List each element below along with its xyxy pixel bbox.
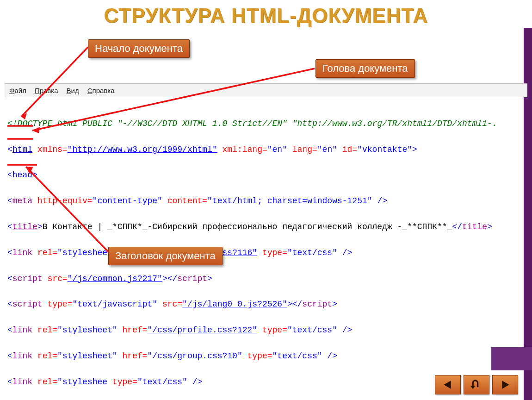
slide-nav [435,375,518,394]
menu-file[interactable]: Файл [9,87,26,94]
next-button[interactable] [492,375,518,394]
menu-edit[interactable]: Правка [35,87,58,94]
svg-marker-11 [502,381,509,389]
triangle-right-icon [500,380,510,390]
corner-decor [491,347,532,370]
home-button[interactable] [464,375,489,394]
editor-menubar[interactable]: Файл Правка Вид Справка [5,83,527,97]
slide-title: СТРУКТУРА HTML-ДОКУМЕНТА [0,0,532,27]
callout-document-title: Заголовок документа [108,247,223,265]
triangle-left-icon [443,380,453,390]
menu-help[interactable]: Справка [87,87,115,94]
svg-marker-10 [470,386,475,389]
doctype-line: <!DOCTYPE html PUBLIC "-//W3C//DTD XHTML… [7,119,497,128]
callout-document-start: Начало документа [88,39,190,58]
prev-button[interactable] [435,375,461,394]
head-tag: head [12,170,32,180]
svg-marker-9 [444,381,451,389]
u-turn-icon [470,380,483,390]
callout-document-head: Голова документа [315,59,415,78]
html-tag: html [12,145,32,154]
title-tag: title [12,222,37,231]
source-code-view: <!DOCTYPE html PUBLIC "-//W3C//DTD XHTML… [7,105,527,400]
menu-view[interactable]: Вид [67,87,79,94]
